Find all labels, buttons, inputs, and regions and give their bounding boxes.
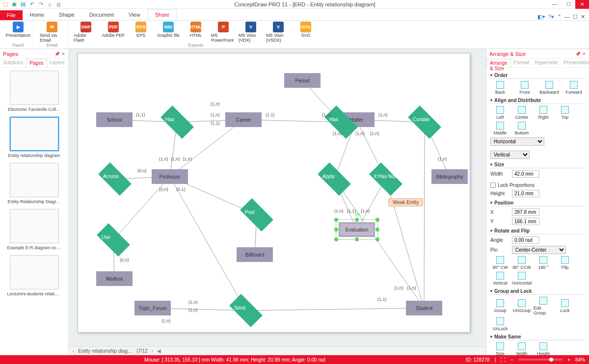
- relation-ithas[interactable]: It Has Notes: [375, 168, 397, 190]
- maximize-button[interactable]: ☐: [562, 0, 575, 9]
- page-thumbnails[interactable]: Electronic Facsimile Coll…Entity relatio…: [0, 68, 68, 355]
- entity-career[interactable]: Career: [225, 112, 262, 127]
- page-thumb[interactable]: Electronic Facsimile Coll…: [4, 71, 64, 112]
- section-rotate[interactable]: Rotate and Flip: [490, 228, 585, 234]
- group-unlock[interactable]: UnLock: [490, 317, 510, 331]
- entity-school[interactable]: School: [96, 112, 133, 127]
- tab-scroll-left-icon[interactable]: ◀: [157, 348, 161, 354]
- subtab-arrange[interactable]: Arrange & Size: [486, 59, 511, 67]
- export-svg-button[interactable]: SVGSVG: [294, 22, 318, 43]
- ribbon-ext-icon[interactable]: ◧▾: [537, 14, 545, 20]
- tab-home[interactable]: Home: [23, 9, 52, 20]
- order-forward[interactable]: Forward: [564, 81, 584, 95]
- fit-icon[interactable]: ⛶: [501, 357, 506, 363]
- x-input[interactable]: [512, 208, 539, 216]
- group-ungroup[interactable]: UnGroup: [512, 299, 532, 313]
- rotate-horizontal[interactable]: Horizontal: [512, 272, 532, 286]
- relation-has1[interactable]: Has: [166, 111, 188, 133]
- relation-access[interactable]: Access: [104, 168, 126, 190]
- make-size[interactable]: Size: [490, 342, 510, 355]
- group-edit-group[interactable]: Edit Group: [534, 297, 553, 315]
- qat-new-icon[interactable]: ▢: [2, 1, 9, 8]
- rotate-90-cw[interactable]: 90° CW: [490, 256, 510, 270]
- y-input[interactable]: [512, 218, 539, 225]
- section-size[interactable]: Size: [490, 162, 585, 168]
- minimize-button[interactable]: —: [548, 0, 562, 9]
- tab-document[interactable]: Document: [82, 9, 121, 20]
- export-img-button[interactable]: IMGGraphic file: [156, 22, 181, 43]
- subtab-format[interactable]: Format: [511, 59, 533, 67]
- make-height[interactable]: Height: [534, 342, 553, 355]
- zoom-slider[interactable]: [518, 359, 562, 361]
- angle-input[interactable]: [512, 236, 539, 244]
- mdi-max-icon[interactable]: ☐: [573, 14, 578, 20]
- entity-student[interactable]: Student: [406, 301, 442, 315]
- entity-mailbox[interactable]: Mailbox: [96, 271, 133, 286]
- mdi-min-icon[interactable]: ⌃: [557, 14, 562, 20]
- entity-period[interactable]: Period: [284, 73, 321, 88]
- make-width[interactable]: Width: [512, 342, 532, 355]
- align-left[interactable]: Left: [490, 106, 510, 120]
- presentation-button[interactable]: ▶ Presentation: [6, 22, 30, 38]
- page-thumb[interactable]: Example E-R diagram ext…: [4, 209, 64, 250]
- relation-contain[interactable]: Contain: [414, 111, 435, 133]
- selection-handles[interactable]: [336, 219, 378, 240]
- export-swf-button[interactable]: SWFAdobe Flash: [74, 22, 98, 43]
- group-group[interactable]: Group: [490, 299, 510, 313]
- rotate-flip[interactable]: Flip: [555, 256, 575, 270]
- doc-tab-name[interactable]: Entity relationship diag…: [78, 348, 133, 354]
- entity-topic[interactable]: Topic_Forum: [134, 301, 171, 315]
- order-front[interactable]: Front: [515, 81, 535, 95]
- tab-next-icon[interactable]: ›: [152, 348, 153, 354]
- align-bottom[interactable]: Bottom: [512, 122, 532, 135]
- rotate-vertical[interactable]: Vertical: [490, 272, 510, 286]
- qat-home-icon[interactable]: ⌂: [46, 1, 53, 8]
- section-make[interactable]: Make Same: [490, 334, 585, 340]
- entity-billboard[interactable]: Billboard: [237, 247, 273, 262]
- help-icon[interactable]: ?▾: [548, 14, 554, 20]
- send-email-button[interactable]: ✉ Send via Email: [40, 22, 64, 43]
- group-lock[interactable]: Lock: [555, 299, 575, 313]
- align-center[interactable]: Center: [512, 106, 532, 120]
- relation-post[interactable]: Post: [246, 204, 268, 226]
- section-align[interactable]: Align and Distribute: [490, 98, 585, 104]
- diagram-page[interactable]: PeriodSchoolCareerMatterProfessorBibliog…: [78, 53, 470, 333]
- export-html-button[interactable]: HTMLHTML: [184, 22, 208, 43]
- relation-apply[interactable]: Apply: [323, 168, 345, 190]
- width-input[interactable]: [512, 170, 539, 178]
- subtab-layers[interactable]: Layers: [47, 59, 68, 67]
- relation-has2[interactable]: Has: [330, 111, 352, 133]
- export-v-button[interactable]: VMS Visio (VSDX): [266, 22, 291, 43]
- qat-undo-icon[interactable]: ↶: [28, 1, 35, 8]
- lock-proportions[interactable]: Lock Proportions: [490, 182, 535, 188]
- export-pdf-button[interactable]: PDFAdobe PDF: [101, 22, 126, 43]
- tab-share[interactable]: Share: [148, 9, 177, 20]
- close-button[interactable]: ✕: [575, 0, 589, 9]
- canvas[interactable]: PeriodSchoolCareerMatterProfessorBibliog…: [69, 49, 486, 346]
- export-eps-button[interactable]: EPSEPS: [129, 22, 153, 43]
- pin-select[interactable]: Center-Center: [512, 246, 566, 254]
- rotate-90-ccw[interactable]: 90° CCW: [512, 256, 532, 270]
- section-group[interactable]: Group and Lock: [490, 288, 585, 295]
- qat-print-icon[interactable]: ⎙: [55, 1, 62, 8]
- page-thumb[interactable]: Entity-Relationship Diagr…: [4, 163, 64, 204]
- order-backward[interactable]: Backward: [539, 81, 559, 95]
- zoom-in-icon[interactable]: +: [567, 357, 570, 363]
- file-tab[interactable]: File: [0, 10, 23, 20]
- tab-shape[interactable]: Shape: [52, 9, 82, 20]
- tab-view[interactable]: View: [121, 9, 148, 20]
- qat-redo-icon[interactable]: ↷: [37, 1, 44, 8]
- page-thumb[interactable]: Lecturers-students relatio…: [4, 255, 64, 296]
- arrange-pin-icon[interactable]: 📌 ✕: [575, 52, 586, 56]
- subtab-hypernote[interactable]: Hypernote: [532, 59, 561, 67]
- relation-send[interactable]: Send: [235, 300, 257, 321]
- entity-bibliography[interactable]: Bibliography: [431, 169, 468, 184]
- page-thumb[interactable]: Entity relationship diagram: [4, 117, 64, 158]
- horizontal-select[interactable]: Horizontal: [490, 137, 544, 146]
- tab-prev-icon[interactable]: ‹: [73, 348, 74, 354]
- export-v-button[interactable]: VMS Visio (VDX): [239, 22, 263, 43]
- pin-icon[interactable]: 📌 ✕: [54, 52, 65, 56]
- section-order[interactable]: Order: [490, 73, 585, 79]
- height-input[interactable]: [512, 190, 539, 197]
- subtab-solutions[interactable]: Solutions: [0, 59, 26, 67]
